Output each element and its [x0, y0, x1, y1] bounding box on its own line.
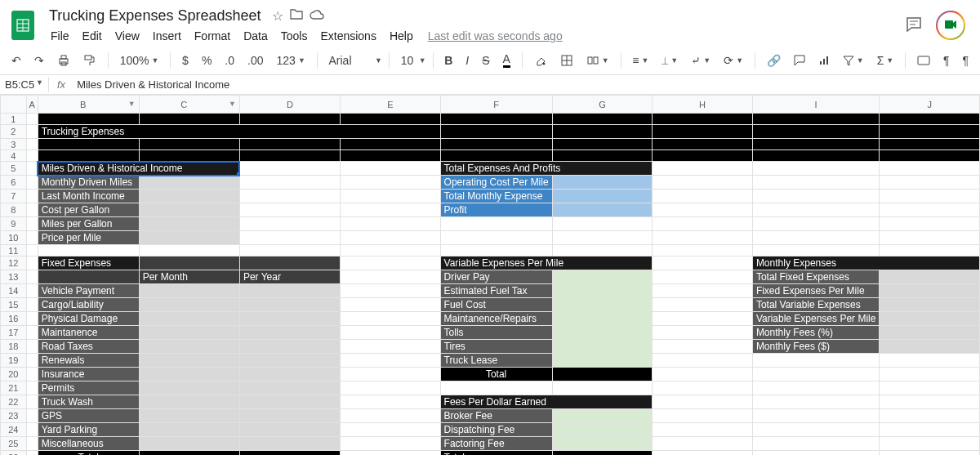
cell-D11[interactable]: [239, 245, 340, 256]
row-header-3[interactable]: 3: [1, 139, 27, 150]
cell-A16[interactable]: [26, 312, 38, 326]
cell-F9[interactable]: [440, 217, 552, 231]
cell-C22[interactable]: [139, 395, 239, 409]
font-size-select[interactable]: 10: [396, 51, 416, 70]
format-currency[interactable]: $: [177, 51, 194, 70]
cell-E4[interactable]: [341, 150, 441, 162]
cell-I18[interactable]: Monthly Fees ($): [752, 340, 880, 354]
cell-H17[interactable]: [653, 326, 753, 340]
cell-F17[interactable]: Tolls: [440, 326, 552, 340]
cell-J17[interactable]: [880, 326, 980, 340]
cell-G13[interactable]: [552, 270, 653, 284]
cell-C23[interactable]: [139, 409, 239, 423]
cell-H25[interactable]: [653, 437, 753, 451]
format-percent[interactable]: %: [197, 51, 216, 70]
cell-J11[interactable]: [880, 245, 980, 256]
redo-button[interactable]: ↷: [29, 51, 49, 70]
cell-D25[interactable]: [239, 437, 340, 451]
cell-B7[interactable]: Last Month Income: [38, 190, 139, 203]
cell-J26[interactable]: [880, 451, 980, 456]
cell-E18[interactable]: [341, 340, 441, 354]
cell-H11[interactable]: [653, 245, 753, 256]
cell-E3[interactable]: [341, 139, 441, 150]
cell-F4[interactable]: [440, 150, 552, 162]
row-header-20[interactable]: 20: [1, 368, 27, 381]
cell-B25[interactable]: Miscellaneous: [38, 437, 139, 451]
cell-A19[interactable]: [26, 354, 38, 368]
cell-A9[interactable]: [26, 217, 38, 231]
cell-G21[interactable]: [552, 381, 653, 395]
cell-B10[interactable]: Price per Mile: [38, 231, 139, 245]
menu-help[interactable]: Help: [383, 27, 420, 45]
cell-B20[interactable]: Insurance: [38, 368, 139, 381]
cell-F26[interactable]: Total: [440, 451, 552, 456]
row-header-2[interactable]: 2: [1, 125, 27, 139]
cell-C1[interactable]: [139, 114, 239, 125]
cell-G20[interactable]: [552, 368, 653, 381]
cell-J10[interactable]: [880, 231, 980, 245]
cell-A21[interactable]: [26, 381, 38, 395]
cell-I21[interactable]: [752, 381, 880, 395]
cell-F25[interactable]: Factoring Fee: [440, 437, 552, 451]
cell-A11[interactable]: [26, 245, 38, 256]
cell-D1[interactable]: [239, 114, 340, 125]
cell-J22[interactable]: [880, 395, 980, 409]
row-header-15[interactable]: 15: [1, 298, 27, 312]
merge-button[interactable]: ▼: [581, 51, 614, 70]
cell-I11[interactable]: [752, 245, 880, 256]
cell-H15[interactable]: [653, 298, 753, 312]
cell-C18[interactable]: [139, 340, 239, 354]
cell-H24[interactable]: [653, 423, 753, 437]
cell-I20[interactable]: [752, 368, 880, 381]
cell-H23[interactable]: [653, 409, 753, 423]
cell-J7[interactable]: [880, 190, 980, 203]
cell-A14[interactable]: [26, 284, 38, 298]
bold-button[interactable]: B: [439, 51, 457, 70]
filter-button[interactable]: ▼: [838, 51, 869, 69]
cell-I22[interactable]: [752, 395, 880, 409]
cell-G2[interactable]: [552, 125, 653, 139]
menu-edit[interactable]: Edit: [76, 27, 109, 45]
cell-G3[interactable]: [552, 139, 653, 150]
cell-A20[interactable]: [26, 368, 38, 381]
cell-H6[interactable]: [653, 176, 753, 190]
column-header-E[interactable]: E: [341, 96, 441, 114]
cell-G23[interactable]: [552, 409, 653, 423]
column-header-C[interactable]: C▼: [139, 96, 239, 114]
cell-I1[interactable]: [752, 114, 880, 125]
cell-H20[interactable]: [653, 368, 753, 381]
cell-F14[interactable]: Estimated Fuel Tax: [440, 284, 552, 298]
comment-button[interactable]: [789, 51, 810, 69]
cell-A5[interactable]: [26, 162, 38, 176]
cell-J14[interactable]: [880, 284, 980, 298]
cell-D24[interactable]: [239, 423, 340, 437]
cell-B16[interactable]: Physical Damage: [38, 312, 139, 326]
cell-J16[interactable]: [880, 312, 980, 326]
cell-G16[interactable]: [552, 312, 653, 326]
cell-D17[interactable]: [239, 326, 340, 340]
cell-H26[interactable]: [653, 451, 753, 456]
cell-J2[interactable]: [880, 125, 980, 139]
column-header-I[interactable]: I: [752, 96, 880, 114]
cell-J15[interactable]: [880, 298, 980, 312]
row-header-21[interactable]: 21: [1, 381, 27, 395]
select-all-cell[interactable]: [1, 96, 27, 114]
cell-C15[interactable]: [139, 298, 239, 312]
cell-A18[interactable]: [26, 340, 38, 354]
cell-J25[interactable]: [880, 437, 980, 451]
cell-H10[interactable]: [653, 231, 753, 245]
cell-F18[interactable]: Tires: [440, 340, 552, 354]
cell-F22[interactable]: Fees Per Dollar Earned: [440, 395, 653, 409]
cell-D19[interactable]: [239, 354, 340, 368]
row-header-6[interactable]: 6: [1, 176, 27, 190]
cell-B23[interactable]: GPS: [38, 409, 139, 423]
cell-J1[interactable]: [880, 114, 980, 125]
cell-J13[interactable]: [880, 270, 980, 284]
column-header-D[interactable]: D: [239, 96, 340, 114]
halign-button[interactable]: ≡▼: [627, 51, 653, 70]
cell-H19[interactable]: [653, 354, 753, 368]
ltr-button[interactable]: ¶: [938, 51, 955, 70]
cell-B3[interactable]: [38, 139, 139, 150]
cell-A1[interactable]: [26, 114, 38, 125]
cell-D12[interactable]: [239, 256, 340, 270]
